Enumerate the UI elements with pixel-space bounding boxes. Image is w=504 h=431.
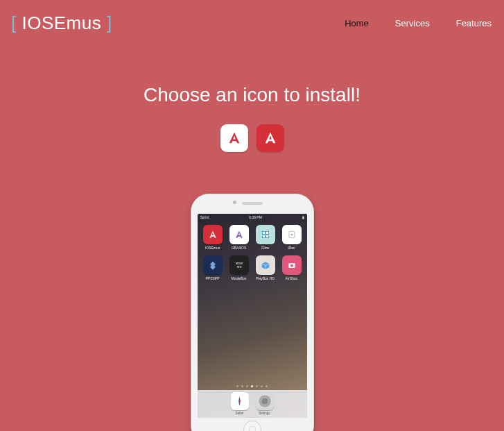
phone-mockup: Sprint 6:26 PM ▮ IOSEmus — [191, 194, 314, 431]
camera-icon — [286, 260, 297, 271]
svg-rect-1 — [266, 231, 268, 234]
nav-home[interactable]: Home — [345, 18, 369, 28]
app-label: iRec — [288, 246, 295, 250]
app-filza[interactable]: Filza — [256, 225, 275, 250]
app-tile: MOVIEBOX — [229, 255, 249, 275]
app-label: Filza — [261, 246, 269, 250]
status-carrier: Sprint — [200, 215, 209, 219]
dock-settings[interactable]: Settings — [256, 392, 274, 415]
svg-rect-2 — [262, 235, 265, 238]
install-icon-red[interactable] — [257, 124, 284, 152]
app-label: PPSSPP — [205, 276, 219, 280]
install-icon-white[interactable] — [220, 124, 248, 152]
app-gba4ios[interactable]: GBA4iOS — [229, 225, 249, 250]
logo-text: IOSEmus — [21, 12, 101, 33]
a-logo-icon — [263, 130, 278, 146]
grid-icon — [260, 229, 271, 240]
status-time: 6:26 PM — [249, 215, 262, 219]
svg-point-5 — [290, 234, 293, 236]
header: [ IOSEmus ] Home Services Features — [0, 0, 504, 34]
app-label: PlayBox HD — [256, 276, 275, 280]
safari-icon — [233, 394, 247, 408]
main-content: Choose an icon to install! Sprint 6:26 P… — [0, 84, 504, 431]
install-icon-row — [0, 124, 504, 152]
a-logo-icon — [234, 229, 245, 240]
main-nav: Home Services Features — [345, 18, 493, 28]
app-tile — [203, 255, 223, 275]
dock: Safari Settings — [198, 390, 307, 418]
app-label: MovieBox — [232, 276, 247, 280]
app-label: GBA4iOS — [232, 246, 247, 250]
phone-camera-icon — [233, 201, 236, 204]
app-label: Settings — [259, 412, 270, 415]
logo[interactable]: [ IOSEmus ] — [11, 12, 112, 34]
nav-services[interactable]: Services — [395, 18, 430, 28]
page-title: Choose an icon to install! — [0, 84, 504, 106]
record-icon — [286, 229, 297, 240]
app-tile — [282, 225, 302, 244]
app-tile — [282, 255, 302, 275]
app-iosemus[interactable]: IOSEmus — [203, 225, 223, 250]
psp-icon — [207, 260, 218, 271]
moviebox-icon: MOVIEBOX — [234, 260, 245, 271]
svg-text:BOX: BOX — [236, 266, 242, 269]
app-tile — [231, 392, 249, 410]
home-button[interactable] — [243, 421, 261, 431]
app-playbox[interactable]: PlayBox HD — [256, 255, 275, 280]
app-label: Safari — [236, 412, 244, 415]
app-label: AirShou — [286, 276, 298, 280]
bracket-left: [ — [11, 12, 21, 33]
svg-rect-3 — [266, 235, 268, 238]
app-tile — [256, 225, 275, 244]
app-label: IOSEmus — [205, 246, 220, 250]
svg-text:MOVIE: MOVIE — [235, 262, 243, 265]
app-tile — [256, 392, 274, 410]
nav-features[interactable]: Features — [456, 18, 492, 28]
app-irec[interactable]: iRec — [282, 225, 302, 250]
dock-safari[interactable]: Safari — [231, 392, 249, 415]
bracket-right: ] — [101, 12, 112, 33]
status-bar: Sprint 6:26 PM ▮ — [198, 214, 307, 221]
app-moviebox[interactable]: MOVIEBOX MovieBox — [229, 255, 249, 280]
page-dots — [198, 385, 307, 387]
home-screen-apps: IOSEmus GBA4iOS Filza — [198, 221, 307, 280]
phone-screen: Sprint 6:26 PM ▮ IOSEmus — [198, 214, 307, 418]
phone-speaker-icon — [242, 202, 263, 205]
phone-mockup-wrap: Sprint 6:26 PM ▮ IOSEmus — [0, 194, 504, 431]
app-tile — [229, 225, 249, 244]
a-logo-icon — [227, 130, 242, 146]
status-battery-icon: ▮ — [302, 215, 304, 219]
app-ppsspp[interactable]: PPSSPP — [203, 255, 223, 280]
svg-rect-0 — [262, 231, 265, 234]
svg-point-9 — [290, 264, 293, 267]
a-logo-icon — [207, 229, 218, 240]
gear-icon — [258, 394, 272, 408]
box-icon — [260, 260, 271, 271]
phone-bezel-top — [191, 194, 313, 214]
app-tile — [203, 225, 223, 244]
app-airshou[interactable]: AirShou — [282, 255, 302, 280]
app-tile — [256, 255, 275, 275]
